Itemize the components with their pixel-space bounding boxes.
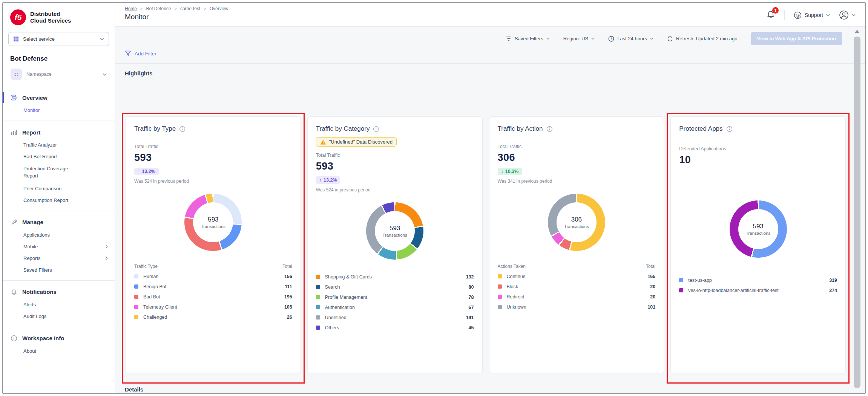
scrollbar-thumb[interactable] (854, 37, 860, 388)
card-title: Protected Apps (679, 125, 722, 133)
sidebar-item-report[interactable]: Report (3, 125, 115, 139)
sidebar-item-notifications[interactable]: Notifications (3, 285, 115, 299)
add-filter-button[interactable]: Add Filter (135, 51, 156, 57)
legend-item[interactable]: Continue165 (498, 271, 656, 281)
legend-swatch (679, 278, 683, 282)
donut-chart-protected-apps[interactable]: 593 Transactions (730, 200, 787, 258)
sidebar-item-workspace-info[interactable]: Workspace Info (3, 332, 115, 345)
sidebar-item-protection-coverage-report[interactable]: Protection Coverage Report (3, 162, 89, 183)
legend-item[interactable]: Bad Bot195 (134, 292, 292, 302)
notifications-button[interactable]: 1 (766, 10, 775, 20)
info-icon[interactable] (546, 126, 553, 132)
info-icon[interactable] (373, 126, 379, 132)
legend-item[interactable]: Unknown101 (498, 302, 656, 312)
legend-value: 45 (469, 325, 474, 330)
legend-header-total: Total (282, 264, 292, 269)
breadcrumb-namespace[interactable]: carrie-test (180, 6, 200, 11)
legend-body: Continue165Block20Redirect20Unknown101 (498, 271, 656, 312)
sidebar-item-label: Bad Bot Report (23, 154, 57, 159)
warning-icon (320, 139, 326, 145)
brand-logo: f5 Distributed Cloud Services (3, 7, 115, 29)
sidebar-item-label: Notifications (22, 289, 57, 295)
delta-badge: ↑ 13.2% (316, 176, 340, 184)
metric-label: Total Traffic (134, 144, 292, 149)
legend-item[interactable]: Shopping & Gift Cards132 (316, 272, 474, 282)
sidebar-item-label: Consumption Report (23, 197, 68, 203)
view-in-waap-button[interactable]: View in Web App & API Protection (751, 32, 842, 45)
breadcrumb-overview[interactable]: Overview (210, 6, 229, 11)
scrollbar-up-arrow-icon[interactable] (855, 30, 859, 33)
legend-item[interactable]: Authentication67 (316, 302, 474, 312)
support-menu[interactable]: @ Support (794, 11, 830, 19)
time-range-dropdown[interactable]: Last 24 hours (608, 36, 653, 42)
chevron-down-icon (826, 14, 830, 16)
sidebar-item-monitor[interactable]: Monitor (3, 104, 115, 116)
namespace-selector[interactable]: C Namespace (8, 67, 109, 81)
legend-item[interactable]: Human156 (134, 271, 292, 281)
legend-value: 26 (287, 315, 292, 320)
previous-period-note: Was 524 in previous period (134, 179, 292, 184)
legend-value: 105 (284, 304, 292, 310)
region-dropdown[interactable]: Region: US (563, 36, 595, 41)
product-title: Bot Defense (10, 55, 109, 63)
sidebar-item-reports[interactable]: Reports (3, 252, 115, 264)
delta-badge: ↓ 10.3% (498, 168, 522, 175)
sidebar-item-label: Audit Logs (23, 313, 46, 319)
sidebar-item-manage[interactable]: Manage (3, 216, 115, 229)
sidebar-item-alerts[interactable]: Alerts (3, 299, 115, 310)
legend-item[interactable]: Benign Bot111 (134, 281, 292, 292)
breadcrumb-home[interactable]: Home (125, 6, 137, 11)
legend-item[interactable]: Redirect20 (498, 292, 656, 302)
legend-item[interactable]: ves-io-http-loadbalancer-artificial-traf… (679, 285, 837, 295)
legend-item[interactable]: Search80 (316, 282, 474, 292)
user-menu[interactable] (839, 10, 856, 20)
legend-body: Shopping & Gift Cards132Search80Profile … (316, 272, 474, 333)
page-title: Monitor (125, 13, 229, 21)
sidebar-item-mobile[interactable]: Mobile (3, 241, 115, 252)
legend-value: 20 (650, 284, 655, 289)
legend-item[interactable]: Challenged26 (134, 312, 292, 322)
sidebar-item-label: Monitor (23, 107, 40, 113)
refresh-button[interactable]: Refresh: Updated 2 min ago (667, 36, 738, 42)
notification-badge: 1 (772, 7, 779, 14)
legend-item[interactable]: Block20 (498, 281, 656, 292)
donut-chart-traffic-by-category[interactable]: 593 Transactions (366, 202, 423, 260)
info-icon[interactable] (726, 126, 733, 132)
saved-filters-dropdown[interactable]: Saved Filters (506, 36, 550, 41)
breadcrumb: Home > Bot Defense > carrie-test > Overv… (125, 6, 229, 11)
legend-item[interactable]: Telemetry Client105 (134, 302, 292, 312)
legend-swatch (134, 274, 138, 278)
donut-chart-traffic-by-action[interactable]: 306 Transactions (548, 194, 605, 251)
info-icon[interactable] (179, 126, 186, 132)
legend-item[interactable]: test-us-app319 (679, 275, 837, 285)
legend-header-label: Actions Taken (498, 264, 526, 269)
service-selector[interactable]: Select service (8, 32, 109, 46)
legend-value: 165 (647, 274, 655, 279)
divider (3, 86, 115, 86)
user-avatar-icon (839, 10, 849, 20)
legend-swatch (316, 295, 320, 299)
sidebar-item-about[interactable]: About (3, 345, 115, 357)
legend-item[interactable]: Undefined191 (316, 312, 474, 323)
legend-item[interactable]: Profile Management78 (316, 292, 474, 302)
sidebar-item-applications[interactable]: Applications (3, 229, 115, 241)
chevron-down-icon (546, 38, 550, 40)
sidebar-item-saved-filters[interactable]: Saved Filters (3, 264, 115, 276)
support-icon: @ (794, 11, 802, 19)
vertical-scrollbar[interactable] (853, 28, 861, 393)
service-selector-label: Select service (23, 36, 55, 42)
donut-chart-traffic-by-type[interactable]: 593 Transactions (184, 194, 242, 251)
sidebar-item-bad-bot-report[interactable]: Bad Bot Report (3, 151, 115, 162)
undefined-data-warning-badge[interactable]: "Undefined" Data Discovered (316, 137, 397, 147)
sidebar-item-consumption-report[interactable]: Consumption Report (3, 194, 115, 206)
card-traffic-by-action: Traffic by Action Total Traffic 306 ↓ 10… (489, 116, 664, 373)
metric-label: Total Traffic (316, 153, 474, 158)
sidebar-item-traffic-analyzer[interactable]: Traffic Analyzer (3, 139, 115, 151)
metric-value: 593 (134, 152, 292, 164)
breadcrumb-bot-defense[interactable]: Bot Defense (146, 6, 171, 11)
legend-item[interactable]: Others45 (316, 323, 474, 333)
sidebar-item-audit-logs[interactable]: Audit Logs (3, 310, 115, 322)
warning-badge-label: "Undefined" Data Discovered (329, 139, 393, 145)
sidebar-item-peer-comparison[interactable]: Peer Comparison (3, 183, 115, 194)
sidebar-item-overview[interactable]: Overview (3, 91, 115, 104)
